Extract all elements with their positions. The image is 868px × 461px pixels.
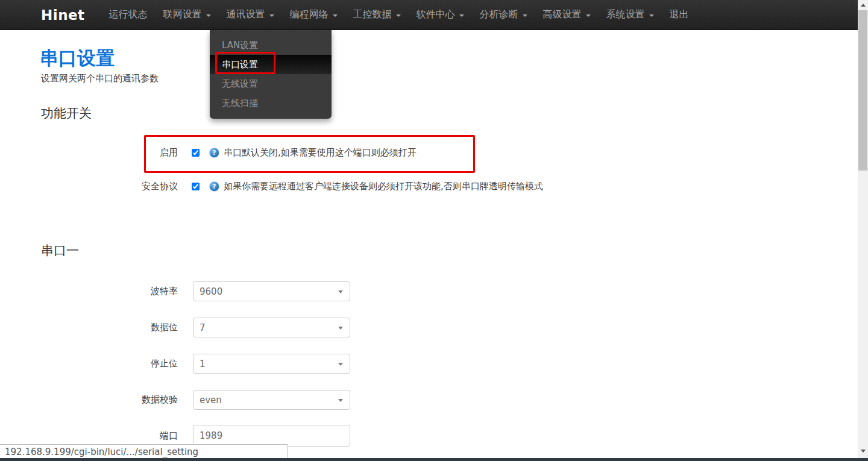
nav-item-comm-settings[interactable]: 通讯设置 — [219, 0, 282, 30]
field-label-baud-rate: 波特率 — [0, 286, 178, 297]
scrollbar-thumb[interactable] — [858, 10, 867, 171]
status-url-text: 192.168.9.199/cgi-bin/luci/.../serial_se… — [5, 447, 198, 457]
nav-item-label: 编程网络 — [290, 8, 329, 21]
dropdown-arrow-icon — [338, 399, 343, 402]
enable-checkbox[interactable] — [192, 149, 200, 157]
dropdown-arrow-icon — [338, 363, 343, 366]
nav-item-label: 退出 — [670, 8, 689, 21]
triangle-down-icon — [861, 450, 866, 453]
enable-row: 启用 ? 串口默认关闭,如果需要使用这个端口则必须打开 — [0, 145, 417, 160]
brand-logo[interactable]: Hinet — [41, 7, 85, 23]
nav-item-label: 分析诊断 — [480, 8, 518, 21]
baud-rate-select[interactable]: 9600 — [193, 281, 350, 301]
nav-item-analysis-diagnosis[interactable]: 分析诊断 — [472, 0, 535, 30]
page-subtitle: 设置网关两个串口的通讯参数 — [41, 73, 159, 84]
nav-item-network-settings[interactable]: 联网设置 — [156, 0, 219, 30]
nav-item-label: 通讯设置 — [227, 8, 265, 21]
data-bits-select[interactable]: 7 — [193, 318, 350, 337]
dropdown-arrow-icon — [338, 327, 343, 330]
chevron-down-icon — [206, 14, 211, 17]
help-icon: ? — [209, 148, 219, 158]
dropdown-arrow-icon — [338, 290, 343, 293]
nav-item-label: 系统设置 — [606, 8, 645, 21]
security-protocol-row: 安全协议 ? 如果你需要远程通过客户端连接设备则必须打开该功能,否则串口牌透明传… — [0, 178, 543, 194]
comm-settings-dropdown-menu: LAN设置 串口设置 无线设置 无线扫描 — [210, 30, 332, 119]
nav-item-programming-network[interactable]: 编程网络 — [282, 0, 345, 30]
enable-help-text: 串口默认关闭,如果需要使用这个端口则必须打开 — [224, 147, 417, 158]
triangle-up-icon — [861, 4, 866, 7]
nav-item-label: 工控数据 — [353, 8, 392, 21]
chevron-down-icon — [333, 14, 338, 17]
help-icon: ? — [209, 181, 219, 192]
field-label-port: 端口 — [0, 430, 178, 442]
page-title: 串口设置 — [40, 46, 115, 71]
section-heading-serial-port-one: 串口一 — [41, 242, 79, 259]
nav-item-label: 高级设置 — [543, 8, 582, 21]
field-label-data-bits: 数据位 — [0, 322, 178, 333]
nav-item-run-status[interactable]: 运行状态 — [101, 0, 156, 30]
nav-item-system-settings[interactable]: 系统设置 — [599, 0, 662, 30]
top-navbar: Hinet 运行状态 联网设置 通讯设置 编程网络 工控数据 软件中心 分析诊断… — [0, 0, 858, 30]
stop-bits-value: 1 — [200, 359, 206, 369]
chevron-down-icon — [523, 14, 527, 17]
screen: Hinet 运行状态 联网设置 通讯设置 编程网络 工控数据 软件中心 分析诊断… — [0, 0, 868, 461]
help-icon-glyph: ? — [213, 149, 216, 156]
vertical-scrollbar[interactable] — [858, 0, 868, 461]
baud-rate-row: 波特率 9600 — [0, 281, 350, 301]
chevron-down-icon — [269, 14, 274, 17]
bottom-bar — [0, 458, 868, 461]
security-protocol-checkbox[interactable] — [192, 183, 200, 190]
parity-value: even — [200, 395, 222, 406]
dropdown-item-wireless-scan[interactable]: 无线扫描 — [210, 93, 332, 113]
chevron-down-icon — [649, 14, 654, 17]
section-heading-function-switch: 功能开关 — [41, 105, 92, 122]
stop-bits-select[interactable]: 1 — [193, 354, 350, 374]
nav-item-label: 软件中心 — [417, 8, 455, 21]
parity-select[interactable]: even — [193, 390, 350, 410]
field-label-stop-bits: 停止位 — [0, 358, 178, 369]
field-label-parity: 数据校验 — [0, 394, 178, 406]
dropdown-item-lan-settings[interactable]: LAN设置 — [210, 36, 332, 55]
nav-item-software-center[interactable]: 软件中心 — [409, 0, 472, 30]
scrollbar-up-arrow[interactable] — [858, 0, 868, 10]
chevron-down-icon — [396, 14, 401, 17]
field-label-security-protocol: 安全协议 — [0, 181, 178, 192]
nav-item-label: 联网设置 — [163, 8, 202, 21]
port-row: 端口 — [0, 425, 350, 447]
port-input[interactable] — [193, 425, 350, 447]
nav-item-industrial-data[interactable]: 工控数据 — [345, 0, 409, 30]
nav-menu: 运行状态 联网设置 通讯设置 编程网络 工控数据 软件中心 分析诊断 高级设置 … — [101, 0, 697, 30]
baud-rate-value: 9600 — [200, 286, 222, 297]
nav-item-advanced-settings[interactable]: 高级设置 — [535, 0, 599, 30]
dropdown-item-serial-settings[interactable]: 串口设置 — [210, 55, 332, 74]
data-bits-value: 7 — [200, 322, 206, 333]
scrollbar-down-arrow[interactable] — [858, 446, 868, 456]
stop-bits-row: 停止位 1 — [0, 354, 350, 374]
dropdown-item-wireless-settings[interactable]: 无线设置 — [210, 74, 332, 93]
data-bits-row: 数据位 7 — [0, 318, 350, 337]
help-icon-glyph: ? — [213, 183, 216, 190]
chevron-down-icon — [586, 14, 591, 17]
parity-row: 数据校验 even — [0, 390, 350, 410]
status-url-tooltip: 192.168.9.199/cgi-bin/luci/.../serial_se… — [0, 444, 288, 459]
field-label-enable: 启用 — [0, 147, 178, 158]
nav-item-label: 运行状态 — [109, 8, 148, 21]
nav-item-logout[interactable]: 退出 — [662, 0, 697, 30]
security-protocol-help-text: 如果你需要远程通过客户端连接设备则必须打开该功能,否则串口牌透明传输模式 — [224, 181, 543, 192]
chevron-down-icon — [459, 14, 464, 17]
